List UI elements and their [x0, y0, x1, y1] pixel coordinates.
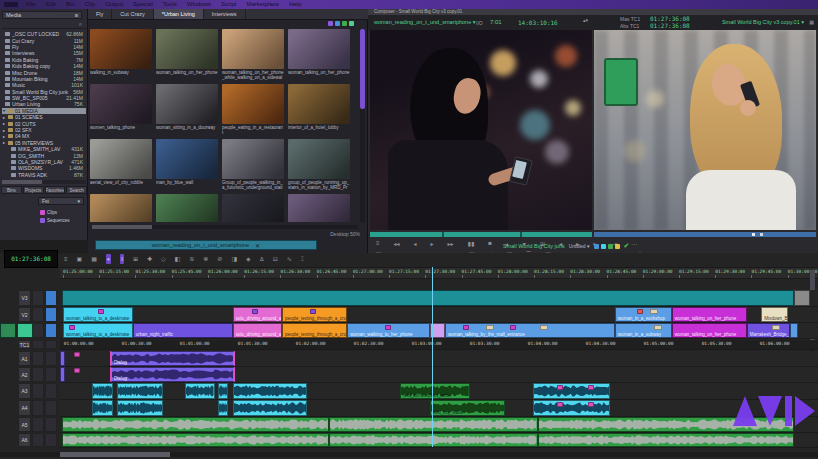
- sequence-name-label[interactable]: Small World Big City junk: [503, 243, 565, 249]
- timeline-tool-icon[interactable]: ⊡: [273, 254, 278, 264]
- legend-row[interactable]: Clips: [40, 209, 86, 216]
- track-header-v2[interactable]: V2: [18, 307, 60, 322]
- timeline-hscrollbar[interactable]: [0, 452, 818, 457]
- timeline-clip[interactable]: urban_night_traffic: [133, 323, 233, 338]
- menu-item-script[interactable]: Script: [221, 0, 236, 9]
- thumbnail-image[interactable]: [90, 84, 152, 124]
- timeline-clip[interactable]: woman_in_a_workshop: [615, 307, 672, 322]
- track-monitor-button[interactable]: [45, 323, 57, 338]
- menu-item-file[interactable]: File: [26, 0, 36, 9]
- clip-thumbnail[interactable]: group_of_people_running_up_stairs_in_sta…: [288, 139, 350, 190]
- source-monitor[interactable]: [370, 30, 592, 230]
- timeline-tool-icon[interactable]: ▣: [77, 254, 83, 264]
- bin-sidebar-header[interactable]: Media ≡: [2, 11, 82, 19]
- track-speaker-button[interactable]: [45, 383, 57, 399]
- clip-note-icon[interactable]: [540, 325, 548, 330]
- track-name-button[interactable]: TC1: [18, 340, 31, 349]
- menu-item-output[interactable]: Output: [105, 0, 123, 9]
- bin-row[interactable]: ▾01 MEDIA: [2, 108, 86, 114]
- track-lane-a4[interactable]: wild_city_walla: [60, 400, 818, 417]
- timeline-clip[interactable]: woman_talking_to_a_deskmate: [63, 307, 133, 322]
- track-button[interactable]: [32, 417, 44, 432]
- track-name-button[interactable]: A2: [18, 367, 31, 382]
- timeline-clip[interactable]: woman_walking_to_her_phone: [347, 323, 430, 338]
- timeline-tool-icon[interactable]: ◈: [246, 254, 251, 264]
- clip-note-icon[interactable]: [650, 309, 658, 314]
- clip-marker-icon[interactable]: [463, 325, 469, 330]
- thumbnail-image[interactable]: [156, 84, 218, 124]
- timeline-clip[interactable]: [533, 400, 610, 416]
- bin-row[interactable]: Kids Baking7M: [2, 57, 86, 63]
- thumbnail-image[interactable]: [288, 29, 350, 69]
- hamburger-icon[interactable]: ≡: [75, 12, 78, 18]
- timeline-clip[interactable]: [329, 417, 537, 432]
- browser-hscrollbar[interactable]: [92, 225, 358, 229]
- edit-marker[interactable]: [74, 352, 80, 357]
- timeline-tool-icon[interactable]: ✚: [147, 254, 152, 264]
- menu-item-help[interactable]: Help: [289, 0, 301, 9]
- sidebar-tab-favorites[interactable]: Favorites: [45, 186, 66, 194]
- timeline-clip[interactable]: woman_talking_on_her_phone: [672, 307, 747, 322]
- track-button[interactable]: [32, 290, 44, 306]
- legend-row[interactable]: Sequences: [40, 217, 86, 224]
- timeline-clip[interactable]: woman_talking_to_a_deskmate: [63, 323, 133, 338]
- timeline-tool-icon[interactable]: ▦: [91, 254, 97, 264]
- timeline-clip[interactable]: [794, 290, 811, 306]
- clip-thumbnail[interactable]: woman_sitting_in_a_doorway: [156, 84, 218, 135]
- search-icon[interactable]: ⌕: [79, 21, 82, 28]
- clip-marker-icon[interactable]: [310, 309, 316, 314]
- clip-marker-icon[interactable]: [252, 309, 258, 314]
- folder-arrow-icon[interactable]: ▾: [3, 108, 5, 113]
- transport-button[interactable]: ◂◂: [394, 240, 400, 247]
- source-position-bar[interactable]: [370, 232, 592, 237]
- close-icon[interactable]: ✕: [255, 242, 260, 249]
- source-track-selector[interactable]: [17, 323, 33, 338]
- bin-row[interactable]: _OSC CUT LOCKED62.86M: [2, 31, 86, 37]
- clip-marker-icon[interactable]: [588, 402, 594, 407]
- timeline-tool-icon[interactable]: ◧: [175, 254, 181, 264]
- bin-row[interactable]: Kids Baking copy14M: [2, 63, 86, 69]
- arrows-icon[interactable]: ▴▾: [583, 17, 588, 23]
- timeline-tool-icon[interactable]: ∿: [287, 254, 292, 264]
- track-header-tc1[interactable]: TC1: [18, 340, 60, 349]
- sidebar-tab-projects[interactable]: Projects: [23, 186, 44, 194]
- track-header-a6[interactable]: A6: [18, 433, 60, 447]
- edit-marker[interactable]: [74, 368, 80, 373]
- timeline-clip[interactable]: woman_in_a_subway: [615, 323, 672, 338]
- menu-item-bin[interactable]: Bin: [66, 0, 75, 9]
- track-name-button[interactable]: A1: [18, 351, 31, 366]
- timeline-clip[interactable]: Dialog: [110, 351, 235, 366]
- bin-row[interactable]: SW_BC_SP00521.41M: [2, 95, 86, 101]
- track-name-button[interactable]: A5: [18, 417, 31, 432]
- track-lane-a6[interactable]: [60, 433, 818, 448]
- track-monitor-button[interactable]: [45, 290, 57, 306]
- timeline-clip[interactable]: solo_driving_around_and_park: [233, 323, 282, 338]
- menu-item-marketplace[interactable]: Marketplace: [246, 0, 279, 9]
- timeline-clip[interactable]: wild_city_walla: [430, 400, 505, 416]
- thumbnail-image[interactable]: [156, 194, 218, 222]
- timeline-clip[interactable]: [60, 367, 65, 382]
- thumbnail-image[interactable]: [90, 29, 152, 69]
- clip-thumbnail[interactable]: group_of_kids_in_a_moving_subway_train: [90, 194, 152, 222]
- clip-marker-icon[interactable]: [557, 385, 563, 390]
- loaded-clip-bar[interactable]: woman_reading_on_t_und_smartphone ✕: [95, 240, 317, 250]
- track-speaker-button[interactable]: [45, 417, 57, 432]
- toggle-check-icon[interactable]: ✔: [624, 242, 630, 250]
- clip-thumbnail[interactable]: [288, 194, 350, 222]
- source-track-selector[interactable]: [0, 323, 16, 338]
- bin-row[interactable]: ▸02 CUTS: [2, 120, 86, 126]
- timeline-clip[interactable]: [185, 383, 215, 399]
- quality-chip[interactable]: [601, 244, 606, 249]
- timeline-clip[interactable]: solo_driving_around_and_park: [233, 307, 282, 322]
- folder-arrow-icon[interactable]: ▸: [3, 115, 5, 120]
- timeline-clip[interactable]: [117, 400, 163, 416]
- clip-thumbnail[interactable]: woman_talking_on_her_phone_while_walking…: [222, 29, 284, 80]
- toolbar-chip[interactable]: [328, 21, 333, 26]
- playhead[interactable]: [432, 267, 433, 447]
- track-header-v3[interactable]: V3: [18, 290, 60, 306]
- timeline-clip[interactable]: [92, 400, 113, 416]
- clip-thumbnail[interactable]: people_eating_in_a_restaurant: [222, 84, 284, 135]
- timeline-clip[interactable]: Mixdown_Bldg_v3_New: [761, 307, 788, 322]
- thumbnail-image[interactable]: [222, 84, 284, 124]
- track-speaker-button[interactable]: [45, 400, 57, 416]
